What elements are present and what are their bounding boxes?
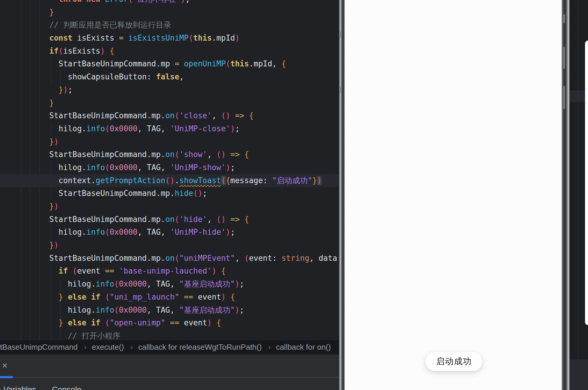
code-line[interactable]: hilog.info(0x0000, TAG, 'UniMP-show'); bbox=[0, 161, 339, 174]
emulator-screen[interactable]: 启动成功 bbox=[345, 0, 562, 390]
device-side-button bbox=[563, 14, 565, 23]
code-line[interactable]: }) bbox=[0, 135, 339, 148]
toast-message: 启动成功 bbox=[425, 352, 482, 371]
right-panel-divider bbox=[578, 0, 578, 359]
code-line[interactable]: showCapsuleButton: false, bbox=[0, 71, 339, 84]
right-panel-band bbox=[570, 359, 588, 390]
code-line[interactable]: const isExists = isExistsUniMP(this.mpId… bbox=[0, 32, 339, 45]
device-side-button bbox=[563, 47, 565, 69]
device-bezel-left bbox=[339, 0, 345, 390]
code-line[interactable]: StartBaseUnimpCommand.mp = openUniMP(thi… bbox=[0, 57, 339, 71]
code-line[interactable]: } else if ("uni_mp_launch" == event) { bbox=[0, 291, 339, 304]
debug-panel: ✕ & Variables Console bbox=[0, 354, 339, 390]
code-editor[interactable]: throw new Error('应用不存在');}// 判断应用是否已释放到运… bbox=[0, 0, 339, 340]
right-side-panel bbox=[570, 0, 588, 390]
breadcrumb-item[interactable]: callback for releaseWgtToRunPath() bbox=[138, 343, 262, 352]
device-side-button bbox=[339, 87, 341, 93]
code-line[interactable]: // 判断应用是否已释放到运行目录 bbox=[0, 19, 339, 32]
code-line[interactable]: context.getPromptAction().showToast({mes… bbox=[0, 174, 339, 187]
code-lines: throw new Error('应用不存在');}// 判断应用是否已释放到运… bbox=[0, 0, 339, 340]
code-line[interactable]: StartBaseUnimpCommand.mp.on("uniMPEvent"… bbox=[0, 252, 339, 265]
code-line[interactable]: StartBaseUnimpCommand.mp.hide(); bbox=[0, 187, 339, 200]
device-side-button bbox=[563, 86, 565, 109]
debug-tabs: & Variables Console bbox=[0, 385, 81, 390]
code-line[interactable]: StartBaseUnimpCommand.mp.on('show', () =… bbox=[0, 148, 339, 161]
code-line[interactable]: } bbox=[0, 6, 339, 19]
code-line[interactable]: hilog.info(0x0000, TAG, "基座启动成功"); bbox=[0, 278, 339, 291]
device-side-button bbox=[339, 31, 341, 38]
chevron-right-icon: › bbox=[84, 343, 87, 351]
code-line[interactable]: if (event == 'base-unimp-lauched') { bbox=[0, 265, 339, 278]
breadcrumb-item[interactable]: callback for on() bbox=[276, 343, 331, 352]
progress-bar bbox=[0, 376, 13, 378]
tab-variables[interactable]: & Variables bbox=[0, 385, 36, 390]
code-line[interactable]: hilog.info(0x0000, TAG, "基座启动成功"); bbox=[0, 304, 339, 317]
breadcrumb-item[interactable]: execute() bbox=[92, 343, 124, 352]
progress-track bbox=[0, 377, 339, 378]
code-line[interactable]: }); bbox=[0, 84, 339, 97]
tab-console[interactable]: Console bbox=[52, 385, 81, 390]
code-line[interactable]: }) bbox=[0, 200, 339, 213]
code-line[interactable]: if(isExists) { bbox=[0, 45, 339, 58]
code-line[interactable]: hilog.info(0x0000, TAG, 'UniMP-hide'); bbox=[0, 226, 339, 239]
close-icon[interactable]: ✕ bbox=[1, 362, 8, 369]
breadcrumb: tBaseUnimpCommand›execute()›callback for… bbox=[0, 340, 339, 354]
second-window-edge bbox=[585, 41, 588, 325]
device-bezel-right bbox=[562, 0, 570, 390]
code-line[interactable]: StartBaseUnimpCommand.mp.on('close', () … bbox=[0, 109, 339, 122]
code-line[interactable]: // 打开小程序 bbox=[0, 330, 339, 340]
code-line[interactable]: }) bbox=[0, 239, 339, 252]
code-line[interactable]: } bbox=[0, 97, 339, 110]
code-line[interactable]: hilog.info(0x0000, TAG, 'UniMP-close'); bbox=[0, 122, 339, 135]
code-line[interactable]: StartBaseUnimpCommand.mp.on('hide', () =… bbox=[0, 213, 339, 226]
code-line[interactable]: throw new Error('应用不存在'); bbox=[0, 0, 339, 6]
chevron-right-icon: › bbox=[131, 343, 133, 351]
code-line[interactable]: } else if ("open-unimp" == event) { bbox=[0, 317, 339, 330]
breadcrumb-item[interactable]: tBaseUnimpCommand bbox=[0, 343, 78, 352]
chevron-right-icon: › bbox=[268, 343, 271, 351]
